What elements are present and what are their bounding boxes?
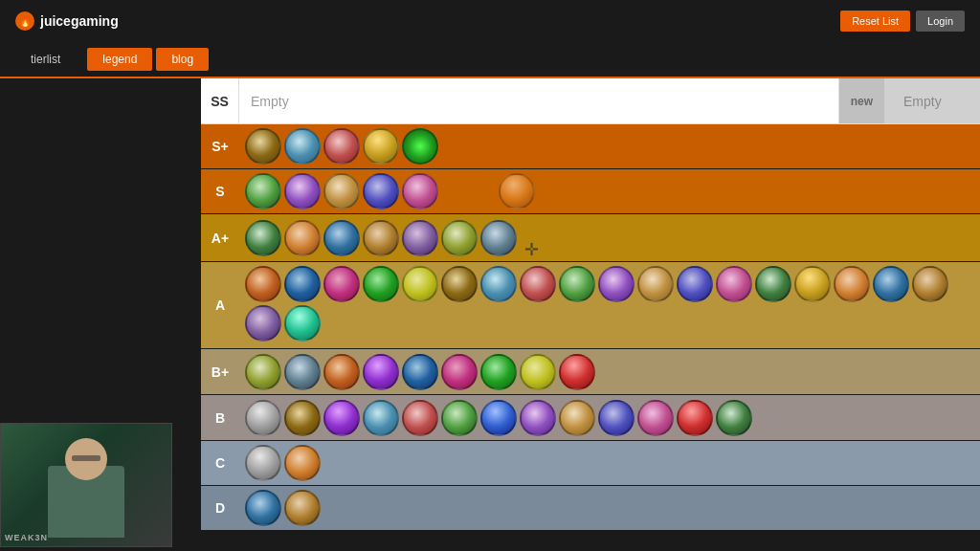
avatar[interactable] [363,400,399,436]
avatar[interactable] [284,490,321,526]
tier-label-bplus: B+ [201,349,239,394]
avatar[interactable] [245,400,281,436]
avatar[interactable] [441,400,478,436]
avatar[interactable] [323,220,360,256]
tab-blog[interactable]: blog [156,48,209,71]
avatar[interactable] [284,445,321,481]
avatar[interactable] [245,354,281,390]
avatar[interactable] [834,266,870,302]
avatar[interactable] [284,266,321,302]
tier-content-aplus[interactable] [239,214,980,261]
tier-label-splus: S+ [201,124,239,168]
avatar[interactable] [323,266,360,302]
avatar[interactable] [245,266,281,302]
avatar[interactable] [480,266,517,302]
avatar[interactable] [559,354,595,390]
avatar[interactable] [480,354,517,390]
avatar[interactable] [637,266,674,302]
avatar[interactable] [363,173,399,209]
logo-icon: 🔥 [15,11,34,31]
avatar[interactable] [441,354,478,390]
avatar[interactable] [245,128,281,165]
avatar[interactable] [480,220,517,256]
avatar[interactable] [245,490,281,526]
avatar[interactable] [323,354,360,390]
avatar[interactable] [637,400,674,436]
avatar[interactable] [402,354,438,390]
tier-content-splus[interactable] [239,124,980,168]
avatar[interactable] [598,266,635,302]
avatar[interactable] [520,354,556,390]
avatar[interactable] [284,400,321,436]
avatar[interactable] [912,266,948,302]
avatar[interactable] [441,266,478,302]
tier-content-b[interactable] [239,395,980,440]
avatar[interactable] [402,220,438,256]
tier-content-d[interactable] [239,486,980,530]
avatar[interactable] [677,266,713,302]
avatar[interactable] [245,220,281,256]
header: 🔥 juicegaming Reset List Login [0,0,980,42]
tier-label-aplus: A+ [201,214,239,261]
avatar[interactable] [245,173,281,209]
tab-legend[interactable]: legend [87,48,152,71]
avatar-dragging[interactable] [499,173,535,209]
avatar[interactable] [284,220,321,256]
avatar[interactable] [716,400,752,436]
avatar[interactable] [794,266,831,302]
avatar[interactable] [323,400,360,436]
avatar[interactable] [284,173,321,209]
login-button[interactable]: Login [916,11,965,32]
avatar[interactable] [402,128,438,165]
header-buttons: Reset List Login [840,11,965,32]
avatar[interactable] [559,400,595,436]
avatar[interactable] [520,400,556,436]
ss-empty-text: Empty [251,94,289,109]
tier-row-ss: SS Empty new Empty [201,78,980,124]
main-content: WEAK3N SS Empty new Empty S+ [0,78,980,547]
tier-content-s[interactable] [239,169,980,213]
avatar[interactable] [363,220,399,256]
tier-content-ss[interactable]: Empty [239,78,838,123]
logo: 🔥 juicegaming [15,11,119,31]
tier-content-a[interactable] [239,262,980,348]
ss-new-label: new [839,78,884,123]
ss-new-empty: Empty [884,78,980,123]
tier-row-a: A [201,262,980,349]
avatar[interactable] [402,400,438,436]
avatar[interactable] [598,400,635,436]
avatar[interactable] [480,400,517,436]
avatar[interactable] [402,173,438,209]
tier-content-bplus[interactable] [239,349,980,394]
tier-row-d: D [201,486,980,531]
avatar[interactable] [520,266,556,302]
avatar[interactable] [441,220,478,256]
avatar[interactable] [677,400,713,436]
avatar[interactable] [323,128,360,165]
tab-tierlist[interactable]: tierlist [15,48,76,71]
avatar[interactable] [323,173,360,209]
ss-new-area: new Empty [838,78,980,123]
avatar[interactable] [245,305,281,342]
avatar[interactable] [755,266,791,302]
avatar[interactable] [363,266,399,302]
avatar[interactable] [559,266,595,302]
avatar[interactable] [284,128,321,165]
tier-label-c: C [201,441,239,485]
avatar[interactable] [284,354,321,390]
avatar[interactable] [873,266,909,302]
tier-content-c[interactable] [239,441,980,485]
avatar[interactable] [716,266,752,302]
avatar[interactable] [402,266,438,302]
avatar[interactable] [284,305,321,342]
avatar[interactable] [363,128,399,165]
tier-label-ss: SS [201,78,239,123]
webcam-username: WEAK3N [5,533,48,542]
avatar[interactable] [245,445,281,481]
logo-text: juicegaming [40,13,119,29]
tier-table: SS Empty new Empty S+ S [201,78,980,547]
tier-row-c: C [201,441,980,486]
tier-row-aplus: A+ [201,214,980,262]
reset-list-button[interactable]: Reset List [840,11,910,32]
avatar[interactable] [363,354,399,390]
